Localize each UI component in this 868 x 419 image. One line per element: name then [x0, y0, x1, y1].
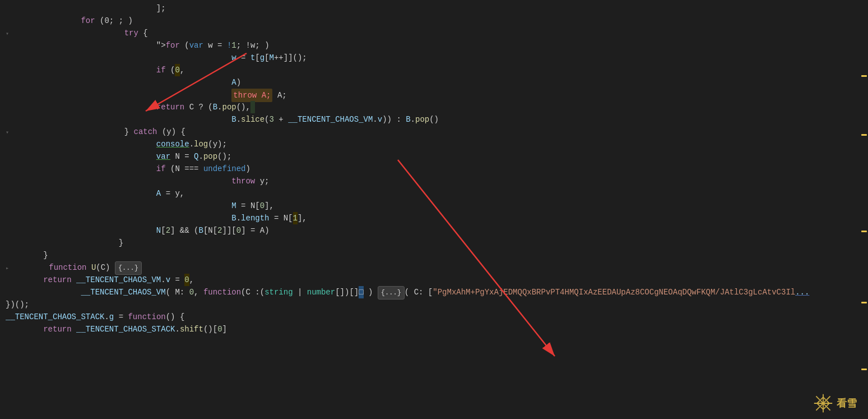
code-line-15: throw y;	[6, 175, 860, 187]
code-line-11: ▾ } catch (y) {	[6, 126, 860, 138]
code-line-16: A = y,	[6, 187, 860, 200]
collapsed-block-2[interactable]: {...}	[378, 286, 405, 300]
code-content: ]; for (0; ; ) ▾ try { ">for (var w = !1…	[0, 0, 860, 419]
collapsed-block[interactable]: {...}	[115, 261, 142, 275]
code-line-7: A)	[6, 76, 860, 89]
code-line-23: return __TENCENT_CHAOS_VM.v = 0,	[6, 274, 860, 286]
watermark-icon	[813, 393, 833, 413]
code-line-5: w = t[g[M++]]();	[6, 52, 860, 64]
code-line-2: for (0; ; )	[6, 15, 860, 27]
code-line-3: ▾ try {	[6, 27, 860, 39]
code-line-9: return C ? (B.pop(),	[6, 101, 860, 113]
scrollbar-mark	[861, 231, 867, 232]
code-editor: ]; for (0; ; ) ▾ try { ">for (var w = !1…	[0, 0, 868, 419]
scrollbar-mark	[861, 134, 867, 136]
code-line-20: }	[6, 237, 860, 249]
code-line-1: ];	[6, 2, 860, 15]
scrollbar-mark	[861, 302, 867, 303]
code-line-25: })();	[6, 298, 860, 311]
code-line-13: var N = Q.pop();	[6, 150, 860, 163]
scrollbar-mark	[861, 75, 867, 77]
watermark-text: 看雪	[837, 397, 857, 410]
code-line-10: B.slice(3 + __TENCENT_CHAOS_VM.v)) : B.p…	[6, 113, 860, 126]
scrollbar[interactable]	[860, 0, 868, 419]
code-line-12: console.log(y);	[6, 138, 860, 150]
throw-keyword: throw A;	[231, 89, 272, 102]
code-line-22: ▸ function U(C) {...}	[6, 261, 860, 274]
code-line-8-throw: throw A; A;	[6, 89, 860, 101]
code-line-26: __TENCENT_CHAOS_STACK.g = function() {	[6, 311, 860, 323]
code-line-19: N[2] && (B[N[2]][0] = A)	[6, 224, 860, 237]
code-line-17: M = N[0],	[6, 200, 860, 212]
code-line-18: B.length = N[1],	[6, 212, 860, 224]
code-line-4: ">for (var w = !1; !w; )	[6, 39, 860, 52]
watermark: 看雪	[813, 393, 857, 413]
scrollbar-marks	[860, 0, 868, 419]
scrollbar-mark	[861, 369, 867, 370]
code-line-6: if (0,	[6, 64, 860, 76]
code-line-14: if (N === undefined)	[6, 163, 860, 175]
code-line-27: return __TENCENT_CHAOS_STACK.shift()[0]	[6, 323, 860, 335]
code-line-24: __TENCENT_CHAOS_VM( M: 0, function(C :(s…	[6, 286, 860, 298]
code-line-21: }	[6, 249, 860, 261]
